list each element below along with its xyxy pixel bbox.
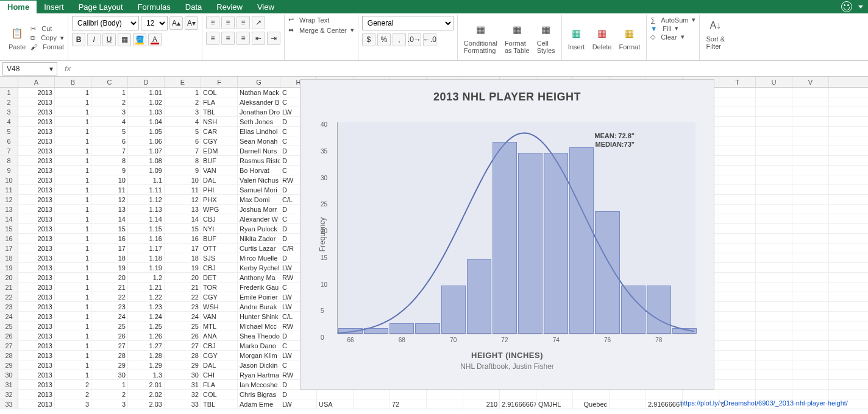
copy-button[interactable]: ⧉ Copy ▾ (30, 34, 64, 42)
cell[interactable] (792, 205, 829, 214)
cell[interactable] (792, 146, 829, 155)
align-middle-button[interactable]: ≡ (221, 16, 235, 29)
cell[interactable]: 11 (91, 185, 128, 194)
cell[interactable]: OTT (201, 244, 238, 253)
row-header[interactable]: 17 (0, 244, 18, 253)
cell[interactable]: 2013 (18, 282, 55, 292)
row-header[interactable]: 23 (0, 302, 18, 311)
cell[interactable]: COL (201, 88, 238, 97)
cell[interactable] (719, 107, 756, 116)
cell[interactable]: Jason Dickin (238, 360, 280, 370)
cell[interactable]: CGY (201, 136, 238, 146)
cell[interactable] (792, 282, 829, 292)
cell[interactable]: 1 (55, 302, 91, 311)
cell[interactable]: D (280, 390, 317, 399)
cell[interactable] (792, 166, 829, 175)
cell[interactable] (756, 302, 792, 311)
cell[interactable] (719, 166, 756, 175)
tab-review[interactable]: Review (209, 1, 250, 13)
cell[interactable] (756, 263, 792, 272)
cell[interactable]: 1 (165, 88, 201, 97)
cell[interactable]: DET (201, 273, 238, 282)
cell[interactable] (427, 390, 463, 399)
cell[interactable]: 2.02 (128, 390, 165, 399)
cell[interactable]: 1.24 (128, 312, 165, 321)
cell[interactable]: 1 (91, 88, 128, 97)
cell[interactable] (719, 312, 756, 321)
row-header[interactable]: 5 (0, 127, 18, 136)
cell[interactable] (792, 341, 829, 350)
align-bottom-button[interactable]: ≡ (237, 16, 250, 29)
cell[interactable]: 1 (55, 175, 91, 184)
plotly-link[interactable]: https://plot.ly/~Dreamshot/6903/_2013-nh… (680, 399, 848, 407)
cell[interactable]: 32 (165, 390, 201, 399)
cell[interactable]: 2013 (18, 263, 55, 272)
cell[interactable]: 2013 (18, 331, 55, 340)
cell[interactable] (756, 97, 792, 107)
cell[interactable]: 1 (55, 146, 91, 155)
cell[interactable]: 2013 (18, 107, 55, 116)
cell[interactable]: 2013 (18, 360, 55, 370)
cell[interactable]: 1 (55, 214, 91, 223)
border-button[interactable]: ▦ (118, 33, 131, 46)
cell[interactable]: 2013 (18, 234, 55, 243)
row-header[interactable]: 22 (0, 292, 18, 301)
cell[interactable] (719, 136, 756, 146)
cell[interactable] (792, 156, 829, 165)
cell[interactable] (719, 214, 756, 223)
row-header[interactable]: 32 (0, 390, 18, 399)
col-header-G[interactable]: G (238, 77, 280, 87)
cell[interactable]: Chris Bigras (238, 390, 280, 399)
fill-button[interactable]: ▼ Fill ▾ (650, 24, 695, 32)
cell[interactable] (792, 331, 829, 340)
cell[interactable]: 2013 (18, 117, 55, 126)
cell[interactable]: 2013 (18, 166, 55, 175)
cell[interactable]: 26 (91, 331, 128, 340)
cell[interactable]: 2013 (18, 175, 55, 184)
cell[interactable]: 29 (165, 360, 201, 370)
cell[interactable]: 15 (91, 224, 128, 233)
cell[interactable] (792, 117, 829, 126)
cell[interactable]: 1 (91, 380, 128, 389)
cell[interactable] (719, 321, 756, 331)
cell[interactable]: 23 (91, 302, 128, 311)
cell[interactable] (719, 360, 756, 370)
cell[interactable] (792, 312, 829, 321)
cell[interactable]: USA (317, 399, 354, 409)
cell[interactable]: Elias Lindhol (238, 127, 280, 136)
cell[interactable]: 1.09 (128, 166, 165, 175)
cell[interactable]: 1.12 (128, 195, 165, 204)
cell[interactable]: 210 (463, 399, 500, 409)
cell[interactable]: ANA (201, 331, 238, 340)
cell[interactable]: Michael Mcc (238, 321, 280, 331)
cell[interactable]: 9 (91, 166, 128, 175)
cell[interactable]: 31 (165, 380, 201, 389)
cell[interactable] (719, 292, 756, 301)
row-header[interactable]: 1 (0, 88, 18, 97)
cell[interactable]: 1 (55, 166, 91, 175)
cell[interactable]: 8 (165, 156, 201, 165)
cell[interactable]: 14 (91, 214, 128, 223)
cell[interactable] (756, 380, 792, 389)
cell[interactable] (756, 136, 792, 146)
sort-filter-button[interactable]: A↓Sort & Filter (703, 16, 727, 51)
col-header-C[interactable]: C (91, 77, 128, 87)
row-header[interactable]: 9 (0, 166, 18, 175)
cell[interactable]: Jonathan Dro (238, 107, 280, 116)
tab-formulas[interactable]: Formulas (130, 1, 178, 13)
cell[interactable] (354, 399, 390, 409)
cell[interactable]: 3 (91, 107, 128, 116)
cell[interactable] (792, 97, 829, 107)
cell[interactable]: PHX (201, 195, 238, 204)
cell[interactable]: 5 (91, 127, 128, 136)
cell[interactable] (756, 156, 792, 165)
cell[interactable]: 13 (91, 205, 128, 214)
cell[interactable]: Nathan Mack (238, 88, 280, 97)
row-header[interactable]: 19 (0, 263, 18, 272)
cell[interactable]: 5 (165, 127, 201, 136)
select-all-corner[interactable] (0, 77, 18, 87)
cell[interactable]: TOR (201, 282, 238, 292)
cell[interactable] (719, 244, 756, 253)
cell[interactable] (354, 390, 390, 399)
cell[interactable]: 1.03 (128, 107, 165, 116)
